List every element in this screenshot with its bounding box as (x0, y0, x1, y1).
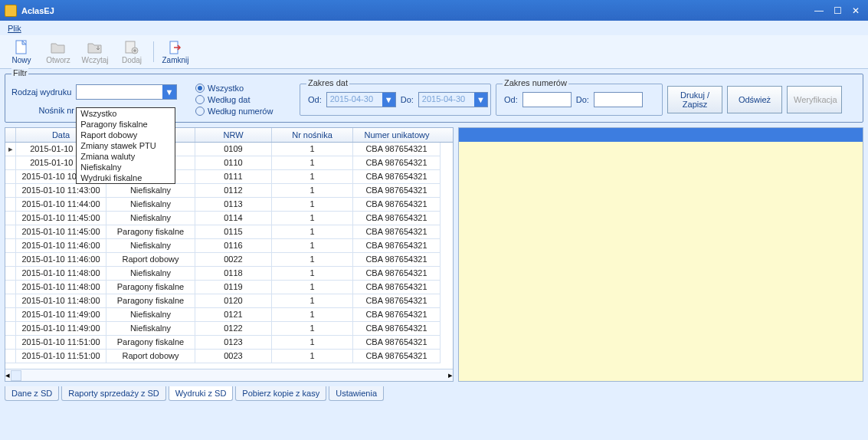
table-row[interactable]: 2015-01-10 11:45:00Niefiskalny01141CBA 9… (5, 212, 453, 225)
preview-panel (458, 127, 863, 382)
tab-pobierz-kopie[interactable]: Pobierz kopie z kasy (235, 386, 326, 401)
menu-bar: Plik (0, 21, 868, 35)
app-icon (5, 5, 17, 17)
tab-dane-z-sd[interactable]: Dane z SD (5, 386, 59, 401)
toolbar-add-button[interactable]: Dodaj (113, 37, 150, 67)
preview-header (459, 128, 863, 142)
tab-ustawienia[interactable]: Ustawienia (329, 386, 384, 401)
toolbar-open-button[interactable]: Otworz (40, 37, 77, 67)
table-row[interactable]: 2015-01-10 11:44:00Niefiskalny01131CBA 9… (5, 198, 453, 212)
minimize-button[interactable]: — (811, 5, 827, 17)
folder-import-icon (87, 40, 103, 55)
dropdown-option[interactable]: Niefiskalny (77, 162, 175, 172)
table-row[interactable]: 2015-01-10 11:46:00Raport dobowy00221CBA… (5, 253, 453, 267)
preview-body (459, 142, 863, 381)
maximize-button[interactable]: ☐ (830, 5, 845, 17)
rodzaj-wydruku-combo[interactable]: ▼ Wszystko Paragony fiskalne Raport dobo… (76, 84, 177, 100)
chevron-down-icon: ▼ (162, 85, 176, 99)
dropdown-option[interactable]: Paragony fiskalne (77, 119, 175, 130)
zakres-dat-group: Zakres dat Od: 2015-04-30▼ Do: 2015-04-3… (300, 84, 491, 116)
table-row[interactable]: 2015-01-10 11:45:00Paragony fiskalne0115… (5, 225, 453, 239)
radio-wedlug-numerow[interactable]: Według numerów (195, 106, 295, 117)
rodzaj-wydruku-label: Rodzaj wydruku (11, 87, 71, 97)
table-row[interactable]: 2015-01-10 11:51:00Raport dobowy00231CBA… (5, 350, 453, 363)
dropdown-option[interactable]: Raport dobowy (77, 130, 175, 140)
dropdown-option[interactable]: Wydruki fiskalne (77, 172, 175, 183)
filter-group: Filtr Rodzaj wydruku ▼ Wszystko Paragony… (5, 74, 863, 123)
grid-body: ▸2015-01-10 10:501091CBA 9876543212015-0… (5, 143, 453, 369)
close-button[interactable]: ✕ (848, 5, 863, 17)
tab-raporty-z-sd[interactable]: Raporty sprzedaży z SD (61, 386, 166, 401)
scroll-left-icon[interactable]: ◂ (5, 370, 10, 380)
number-from-input[interactable] (522, 92, 572, 107)
dropdown-option[interactable]: Wszystko (77, 108, 175, 119)
rodzaj-wydruku-dropdown: Wszystko Paragony fiskalne Raport dobowy… (76, 107, 175, 184)
tab-wydruki-z-sd[interactable]: Wydruki z SD (169, 386, 234, 401)
od-num-label: Od: (504, 95, 518, 104)
filter-legend: Filtr (11, 68, 28, 77)
table-row[interactable]: 2015-01-10 11:43:00Niefiskalny01121CBA 9… (5, 184, 453, 198)
do-num-label: Do: (576, 95, 589, 104)
od-label: Od: (308, 95, 322, 104)
do-label: Do: (401, 95, 414, 104)
scroll-nav-icon[interactable] (11, 370, 21, 381)
number-to-input[interactable] (594, 92, 643, 107)
table-row[interactable]: ▸2015-01-10 10:501091CBA 987654321 (5, 143, 453, 156)
table-row[interactable]: 2015-01-10 11:51:00Paragony fiskalne0123… (5, 336, 453, 350)
date-to-input[interactable]: 2015-04-30▼ (418, 92, 488, 107)
grid-header: Data NRW Nr nośnika Numer unikatowy (5, 128, 453, 143)
window-title: AclasEJ (21, 6, 811, 15)
radio-wszystko[interactable]: Wszystko (195, 83, 295, 94)
toolbar-separator (153, 41, 154, 62)
title-bar: AclasEJ — ☐ ✕ (0, 0, 868, 21)
menu-plik[interactable]: Plik (3, 22, 26, 34)
toolbar: Nowy Otworz Wczytaj Dodaj Zamknij (0, 35, 868, 69)
dropdown-option[interactable]: Zmiana waluty (77, 151, 175, 162)
add-file-icon (124, 40, 139, 55)
table-row[interactable]: 2015-01-10 11:49:00Niefiskalny01221CBA 9… (5, 322, 453, 336)
zakres-numerow-group: Zakres numerów Od: Do: (496, 84, 663, 116)
dropdown-option[interactable]: Zmiany stawek PTU (77, 140, 175, 151)
date-from-input[interactable]: 2015-04-30▼ (326, 92, 396, 107)
weryfikacja-button[interactable]: Weryfikacja (787, 86, 842, 113)
toolbar-new-button[interactable]: Nowy (3, 37, 40, 67)
col-nrnosnika[interactable]: Nr nośnika (272, 128, 353, 142)
toolbar-load-button[interactable]: Wczytaj (77, 37, 113, 67)
toolbar-close-button[interactable]: Zamknij (157, 37, 194, 67)
col-numer[interactable]: Numer unikatowy (353, 128, 441, 142)
grid-scrollbar[interactable]: ◂ ▸ (5, 369, 453, 381)
data-grid[interactable]: Data NRW Nr nośnika Numer unikatowy ▸201… (5, 127, 454, 382)
table-row[interactable]: 2015-01-10 11:48:00Paragony fiskalne0120… (5, 294, 453, 308)
table-row[interactable]: 2015-01-10 11:49:00Niefiskalny01211CBA 9… (5, 308, 453, 322)
table-row[interactable]: 2015-01-10 10:58:00Niefiskalny01111CBA 9… (5, 170, 453, 184)
table-row[interactable]: 2015-01-10 11:46:00Niefiskalny01161CBA 9… (5, 239, 453, 253)
radio-wedlug-dat[interactable]: Według dat (195, 94, 295, 106)
door-exit-icon (168, 40, 183, 55)
nosnik-nr-label: Nośnik nr (11, 106, 74, 115)
table-row[interactable]: 2015-01-10 11:48:00Paragony fiskalne0119… (5, 281, 453, 294)
file-icon (14, 40, 29, 55)
bottom-tabs: Dane z SD Raporty sprzedaży z SD Wydruki… (5, 386, 863, 401)
scroll-right-icon[interactable]: ▸ (448, 370, 453, 380)
odswiez-button[interactable]: Odśwież (727, 86, 782, 113)
table-row[interactable]: 2015-01-10 10:501101CBA 987654321 (5, 156, 453, 170)
col-nrw[interactable]: NRW (195, 128, 272, 142)
chevron-down-icon: ▼ (382, 93, 395, 107)
table-row[interactable]: 2015-01-10 11:48:00Niefiskalny01181CBA 9… (5, 267, 453, 281)
folder-open-icon (51, 40, 66, 55)
chevron-down-icon: ▼ (474, 93, 487, 107)
drukuj-zapisz-button[interactable]: Drukuj /Zapisz (667, 86, 722, 113)
